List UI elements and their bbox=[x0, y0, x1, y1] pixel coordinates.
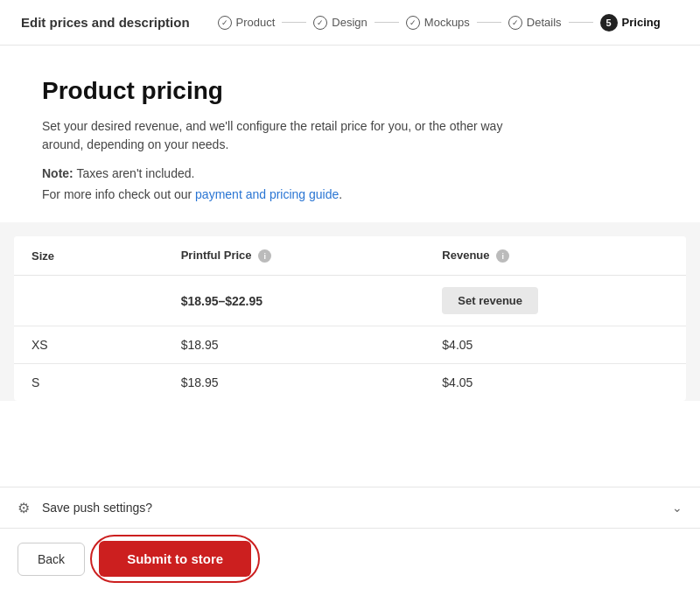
guide-suffix: . bbox=[339, 187, 342, 201]
cell-size-range bbox=[14, 276, 164, 326]
note-line: Note: Taxes aren't included. bbox=[42, 166, 658, 180]
col-header-price: Printful Price i bbox=[164, 236, 425, 276]
revenue-info-icon[interactable]: i bbox=[496, 249, 509, 263]
cell-price-s: $18.95 bbox=[164, 364, 425, 402]
step-label-product: Product bbox=[236, 16, 276, 29]
header: Edit prices and description ✓ Product ✓ … bbox=[0, 0, 700, 46]
table-row-xs: XS $18.95 $4.05 bbox=[14, 326, 686, 364]
pricing-table: Size Printful Price i Revenue i bbox=[14, 236, 686, 401]
save-settings-bar[interactable]: ⚙ Save push settings? ⌄ bbox=[0, 487, 700, 529]
cell-size-xs: XS bbox=[14, 326, 164, 364]
step-check-details: ✓ bbox=[508, 16, 522, 30]
step-label-details: Details bbox=[527, 16, 562, 29]
table-row-range: $18.95–$22.95 Set revenue bbox=[14, 276, 686, 326]
step-sep-3 bbox=[477, 22, 501, 23]
col-header-size: Size bbox=[14, 236, 164, 276]
cell-price-range: $18.95–$22.95 bbox=[164, 276, 425, 326]
save-settings-left: ⚙ Save push settings? bbox=[18, 500, 152, 515]
step-label-design: Design bbox=[332, 16, 367, 29]
step-pricing[interactable]: 5 Pricing bbox=[600, 14, 661, 32]
guide-prefix: For more info check out our bbox=[42, 187, 195, 201]
gear-icon: ⚙ bbox=[18, 500, 33, 515]
save-settings-text: Save push settings? bbox=[42, 501, 152, 515]
description-text: Set your desired revenue, and we'll conf… bbox=[42, 117, 532, 154]
note-bold: Note: bbox=[42, 166, 74, 180]
step-check-design: ✓ bbox=[313, 16, 327, 30]
note-text: Taxes aren't included. bbox=[74, 166, 195, 180]
cell-price-xs: $18.95 bbox=[164, 326, 425, 364]
pricing-table-inner: Size Printful Price i Revenue i bbox=[14, 236, 686, 401]
step-sep-4 bbox=[569, 22, 593, 23]
step-label-pricing: Pricing bbox=[622, 16, 661, 29]
step-label-mockups: Mockups bbox=[424, 16, 470, 29]
step-mockups[interactable]: ✓ Mockups bbox=[406, 16, 470, 30]
step-check-mockups: ✓ bbox=[406, 16, 420, 30]
submit-to-store-button[interactable]: Submit to store bbox=[99, 541, 251, 577]
set-revenue-button[interactable]: Set revenue bbox=[442, 287, 538, 314]
price-range-value: $18.95–$22.95 bbox=[181, 294, 262, 308]
step-check-product: ✓ bbox=[218, 16, 232, 30]
cell-revenue-s: $4.05 bbox=[424, 364, 686, 402]
step-sep-2 bbox=[374, 22, 399, 23]
pricing-guide-link[interactable]: payment and pricing guide bbox=[195, 187, 339, 201]
cell-revenue-xs: $4.05 bbox=[424, 326, 686, 364]
step-sep-1 bbox=[282, 22, 306, 23]
steps-nav: ✓ Product ✓ Design ✓ Mockups ✓ Details 5… bbox=[218, 14, 661, 32]
pricing-table-container: Size Printful Price i Revenue i bbox=[0, 222, 700, 401]
back-button[interactable]: Back bbox=[18, 543, 85, 576]
page-title: Product pricing bbox=[42, 77, 658, 105]
price-info-icon[interactable]: i bbox=[258, 249, 271, 263]
step-number-pricing: 5 bbox=[600, 14, 618, 32]
step-product[interactable]: ✓ Product bbox=[218, 16, 276, 30]
header-title: Edit prices and description bbox=[21, 15, 190, 30]
guide-line: For more info check out our payment and … bbox=[42, 187, 658, 201]
step-design[interactable]: ✓ Design bbox=[313, 16, 367, 30]
chevron-down-icon: ⌄ bbox=[672, 501, 682, 515]
bottom-bar: ⚙ Save push settings? ⌄ Back Submit to s… bbox=[0, 487, 700, 589]
step-details[interactable]: ✓ Details bbox=[508, 16, 562, 30]
cell-revenue-range: Set revenue bbox=[424, 276, 686, 326]
cell-size-s: S bbox=[14, 364, 164, 402]
submit-button-wrapper: Submit to store bbox=[99, 541, 251, 577]
table-row-s: S $18.95 $4.05 bbox=[14, 364, 686, 402]
main-content: Product pricing Set your desired revenue… bbox=[0, 46, 700, 222]
action-bar: Back Submit to store bbox=[0, 529, 700, 589]
col-header-revenue: Revenue i bbox=[424, 236, 686, 276]
